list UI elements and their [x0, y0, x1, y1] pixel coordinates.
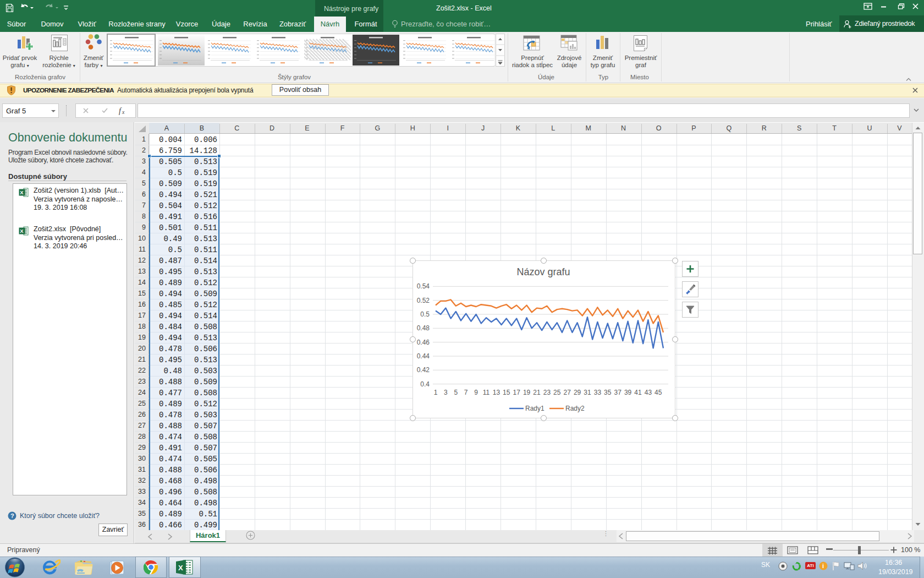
svg-text:X: X [178, 564, 183, 572]
svg-text:0.48: 0.48 [417, 324, 430, 332]
svg-text:3: 3 [444, 389, 448, 396]
svg-text:43: 43 [645, 389, 652, 396]
svg-text:29: 29 [574, 389, 581, 396]
svg-text:7: 7 [464, 389, 468, 396]
svg-text:45: 45 [654, 389, 662, 396]
svg-text:X: X [20, 228, 24, 234]
svg-text:0.42: 0.42 [417, 366, 430, 374]
svg-text:0.54: 0.54 [417, 282, 430, 290]
svg-text:X: X [20, 189, 24, 195]
svg-text:27: 27 [564, 389, 571, 396]
svg-text:1: 1 [434, 389, 438, 396]
svg-text:25: 25 [553, 389, 561, 396]
svg-text:0.5: 0.5 [420, 310, 430, 318]
svg-text:19: 19 [523, 389, 531, 396]
svg-text:i: i [822, 563, 824, 569]
svg-text:5: 5 [454, 389, 458, 396]
svg-text:21: 21 [533, 389, 541, 396]
svg-text:0.52: 0.52 [417, 297, 430, 304]
svg-text:9: 9 [474, 389, 478, 396]
svg-text:0.4: 0.4 [420, 380, 430, 388]
svg-text:11: 11 [483, 389, 490, 396]
svg-text:31: 31 [584, 389, 591, 396]
svg-text:0.46: 0.46 [417, 339, 430, 346]
svg-text:37: 37 [614, 389, 622, 396]
svg-text:17: 17 [513, 389, 521, 396]
svg-text:41: 41 [634, 389, 642, 396]
svg-text:0.44: 0.44 [417, 352, 430, 360]
svg-text:13: 13 [493, 389, 501, 396]
svg-text:Názov grafu: Názov grafu [516, 266, 570, 277]
svg-text:35: 35 [604, 389, 612, 396]
svg-text:23: 23 [543, 389, 551, 396]
svg-text:15: 15 [503, 389, 510, 396]
svg-text:39: 39 [624, 389, 632, 396]
svg-text:?: ? [10, 512, 14, 519]
svg-text:x: x [122, 109, 125, 115]
svg-text:Rady1: Rady1 [525, 405, 544, 412]
svg-text:33: 33 [594, 389, 602, 396]
svg-text:Rady2: Rady2 [565, 405, 585, 412]
